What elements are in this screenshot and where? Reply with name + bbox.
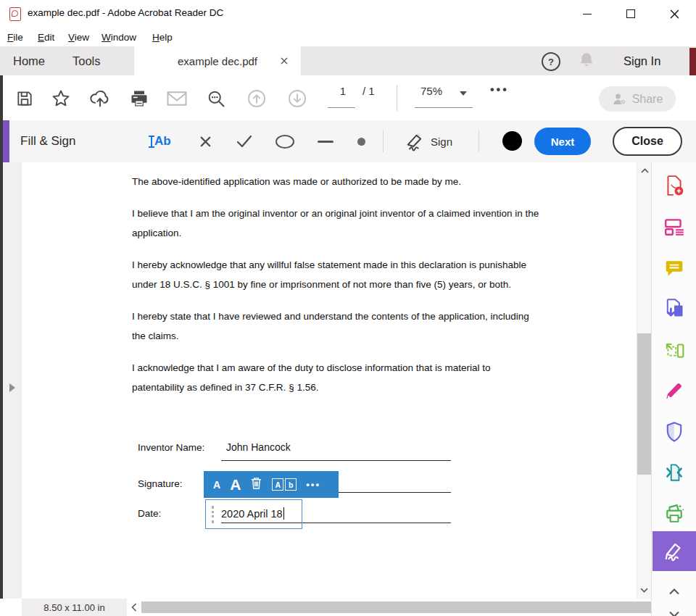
- share-button[interactable]: Share: [599, 86, 676, 112]
- sidebar-tool-print-scan[interactable]: [652, 499, 696, 528]
- checkmark-icon: [236, 135, 252, 148]
- toolbar-separator: [397, 85, 397, 111]
- paragraph: I acknowledge that I am aware of the dut…: [132, 358, 539, 397]
- menu-window[interactable]: Window: [102, 32, 136, 43]
- add-x-tool[interactable]: [196, 130, 215, 152]
- search-button[interactable]: [204, 87, 228, 110]
- fill-sign-accent-bar: [2, 120, 9, 162]
- inventor-name-label: Inventor Name:: [138, 442, 204, 453]
- sign-in-button[interactable]: Sign In: [624, 54, 660, 68]
- acrobat-reader-window: example dec.pdf - Adobe Acrobat Reader D…: [0, 0, 696, 616]
- add-checkmark-tool[interactable]: [233, 130, 255, 152]
- date-text-field[interactable]: 2020 April 18: [205, 499, 302, 529]
- tab-bar: Home Tools example dec.pdf ? Sign In: [0, 46, 696, 76]
- sidebar-tool-export-pdf[interactable]: [652, 294, 696, 323]
- text-cursor-icon: [151, 136, 152, 148]
- chevron-up-icon: [668, 588, 680, 595]
- chevron-down-icon[interactable]: [460, 91, 467, 96]
- chevron-down-icon: [640, 588, 648, 593]
- close-fill-sign-button[interactable]: Close: [613, 127, 682, 156]
- comb-field-button[interactable]: Ab: [272, 478, 297, 491]
- menu-file[interactable]: File: [7, 32, 23, 43]
- field-drag-handle-icon[interactable]: [212, 506, 214, 523]
- zoom-underline: [415, 107, 473, 108]
- combine-files-icon: [663, 217, 685, 236]
- tools-sidebar: [651, 162, 696, 616]
- delete-field-button[interactable]: [250, 476, 262, 493]
- star-favorite-button[interactable]: [49, 87, 72, 110]
- email-button[interactable]: [165, 87, 188, 110]
- sidebar-tool-comment[interactable]: [652, 254, 696, 283]
- tab-document[interactable]: example dec.pdf: [134, 46, 301, 75]
- previous-view-button[interactable]: [245, 87, 268, 110]
- tab-home[interactable]: Home: [13, 54, 45, 68]
- maximize-button[interactable]: [616, 3, 645, 25]
- expand-nav-pane-icon[interactable]: [9, 383, 15, 392]
- date-value[interactable]: 2020 April 18: [221, 507, 284, 520]
- create-pdf-icon: [664, 175, 684, 196]
- document-text: The above-identified application was mad…: [132, 172, 539, 409]
- paragraph: I believe that I am the original invento…: [132, 204, 539, 243]
- chevron-left-icon: [131, 603, 137, 612]
- menu-edit[interactable]: Edit: [38, 32, 54, 43]
- sidebar-tool-organize-pages[interactable]: [652, 336, 696, 365]
- add-circle-tool[interactable]: [274, 130, 296, 152]
- tab-close-icon[interactable]: [281, 57, 288, 64]
- minimize-button[interactable]: [573, 3, 602, 25]
- add-line-tool[interactable]: [316, 130, 335, 152]
- scroll-left-button[interactable]: [127, 599, 141, 616]
- circle-icon: [276, 135, 294, 149]
- navigation-pane-strip: [3, 162, 22, 616]
- chevron-up-icon: [641, 168, 649, 173]
- pdf-page: The above-identified application was mad…: [22, 162, 637, 599]
- color-swatch-black[interactable]: [502, 131, 522, 151]
- save-button[interactable]: [13, 87, 36, 110]
- increase-font-button[interactable]: A: [230, 476, 241, 494]
- field-options-popup: A A Ab •••: [204, 471, 339, 498]
- sign-label: Sign: [431, 136, 452, 148]
- fountain-pen-icon: [405, 131, 425, 151]
- menu-help[interactable]: Help: [152, 32, 173, 43]
- notifications-bell-icon[interactable]: [577, 51, 596, 72]
- zoom-level-value[interactable]: 75%: [420, 85, 442, 97]
- scroll-up-button[interactable]: [637, 164, 652, 177]
- sidebar-tool-create-pdf[interactable]: [652, 171, 696, 200]
- help-icon[interactable]: ?: [542, 52, 560, 71]
- shield-icon: [665, 421, 684, 443]
- chevron-down-icon: [668, 611, 680, 616]
- share-label: Share: [632, 93, 663, 106]
- scroll-down-button[interactable]: [637, 583, 651, 596]
- close-window-button[interactable]: [660, 3, 689, 25]
- search-icon: [206, 88, 226, 109]
- inventor-name-value[interactable]: John Hancock: [226, 441, 291, 453]
- next-button[interactable]: Next: [534, 128, 591, 155]
- sidebar-tool-compress-pdf[interactable]: [652, 458, 696, 487]
- sidebar-scroll-down[interactable]: [652, 599, 696, 616]
- print-button[interactable]: [128, 87, 151, 110]
- cloud-upload-button[interactable]: [88, 87, 112, 110]
- sidebar-tool-edit-pdf[interactable]: [652, 377, 696, 406]
- sidebar-tool-fill-and-sign-active[interactable]: [652, 531, 696, 571]
- next-view-button[interactable]: [286, 87, 309, 110]
- more-options-button[interactable]: •••: [306, 479, 320, 490]
- page-number-input[interactable]: 1: [332, 85, 354, 97]
- decrease-font-button[interactable]: A: [213, 479, 220, 491]
- sign-tool[interactable]: Sign: [405, 130, 452, 152]
- fill-sign-pen-icon: [663, 541, 685, 562]
- tab-tools[interactable]: Tools: [72, 54, 101, 68]
- horizontal-scrollbar-thumb[interactable]: [141, 602, 651, 613]
- signature-label: Signature:: [138, 478, 183, 489]
- pdf-file-icon: [9, 7, 21, 21]
- vertical-scrollbar-thumb[interactable]: [637, 333, 651, 475]
- more-tools-button[interactable]: •••: [490, 83, 509, 96]
- add-text-tool[interactable]: Ab: [151, 130, 171, 152]
- star-icon: [51, 88, 71, 109]
- fill-sign-separator-2: [478, 130, 479, 152]
- sidebar-tool-protect[interactable]: [652, 417, 696, 446]
- share-person-icon: [612, 93, 627, 106]
- email-icon: [166, 90, 188, 107]
- export-pdf-icon: [663, 298, 685, 320]
- sidebar-tool-combine-files[interactable]: [652, 212, 696, 241]
- menu-view[interactable]: View: [68, 32, 89, 43]
- add-dot-tool[interactable]: [355, 130, 367, 152]
